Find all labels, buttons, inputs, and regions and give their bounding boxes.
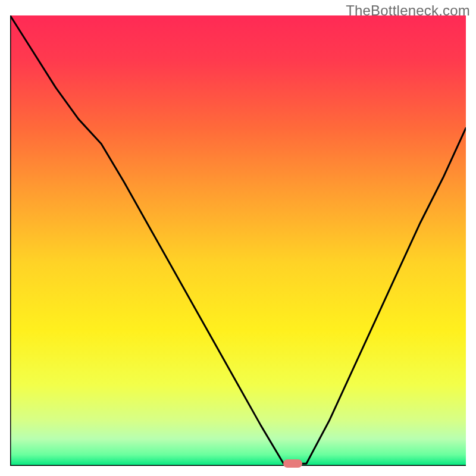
chart-container: TheBottleneck.com (0, 0, 476, 476)
chart-svg (10, 15, 466, 466)
gradient-background (10, 15, 466, 466)
plot-area (10, 15, 466, 466)
optimum-marker (283, 459, 302, 468)
